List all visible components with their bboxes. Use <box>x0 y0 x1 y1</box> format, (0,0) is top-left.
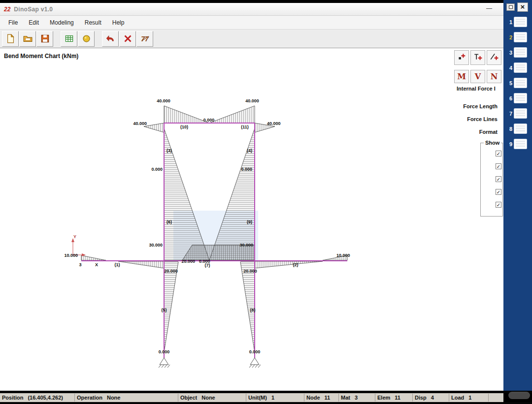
close-button[interactable]: × <box>517 2 528 12</box>
delete-button[interactable] <box>119 31 136 47</box>
pager-number: 5 <box>506 80 512 86</box>
add-member-icon <box>473 52 482 63</box>
show-checkbox-4[interactable]: ✓ <box>496 189 501 195</box>
diagram-label: 10.000 <box>64 253 78 258</box>
status-label: Disp <box>415 395 427 401</box>
pager-item-5[interactable]: 5 <box>503 78 527 88</box>
diagram-label: (1) <box>115 262 120 267</box>
pager-number: 6 <box>506 95 512 101</box>
diagram-label: 40.000 <box>267 121 281 126</box>
show-checkbox-3[interactable]: ✓ <box>496 176 501 182</box>
status-unitm: Unit(M)1 <box>246 394 304 402</box>
pager-item-6[interactable]: 6 <box>503 93 527 103</box>
new-document-button[interactable] <box>2 31 19 47</box>
pager-number: 1 <box>506 19 512 25</box>
diagram-label: (5) <box>162 308 167 312</box>
pager-thumbnail[interactable] <box>514 78 527 88</box>
diagram-label: 0.000 <box>241 167 252 172</box>
material-icon <box>82 34 91 43</box>
moment-diagram: Bend Moment Chart (kNm)40.00040.00040.00… <box>0 48 503 391</box>
save-button[interactable] <box>36 31 53 47</box>
new-document-icon <box>6 34 15 43</box>
status-operation: OperationNone <box>75 394 178 402</box>
status-label: Elem <box>377 395 390 401</box>
diagram-label: 20.000 <box>181 259 195 264</box>
pager-thumbnail[interactable] <box>514 124 527 134</box>
menu-file[interactable]: File <box>3 17 23 28</box>
status-label: Object <box>180 395 197 401</box>
add-node-icon <box>457 52 466 63</box>
delete-icon <box>123 34 133 43</box>
diagram-label: 40.000 <box>245 98 259 103</box>
diagram-label: 30.000 <box>149 243 163 248</box>
pager-number: 9 <box>506 141 512 147</box>
pager-item-9[interactable]: 9 <box>503 139 527 149</box>
axial-diagram-button[interactable]: N <box>487 70 501 83</box>
diagram-label: 0.000 <box>203 118 215 123</box>
menu-edit[interactable]: Edit <box>23 17 44 28</box>
undo-arrow-button[interactable] <box>102 31 119 47</box>
section-button[interactable]: 77 <box>136 31 153 47</box>
diagram-label: 10.000 <box>336 253 350 258</box>
diagram-label: 40.000 <box>133 121 147 126</box>
status-disp: Disp4 <box>413 394 449 402</box>
pager-item-3[interactable]: 3 <box>503 47 527 58</box>
diagram-label: (9) <box>247 219 252 224</box>
diagram-label: (3) <box>166 148 172 153</box>
toolbar: 77 <box>0 30 503 48</box>
force-button-row: MVN <box>454 70 501 83</box>
diagram-label: (10) <box>180 124 188 129</box>
pager-thumbnail[interactable] <box>514 17 527 27</box>
show-caption: Show <box>484 140 501 146</box>
show-checkbox-1[interactable]: ✓ <box>496 151 501 156</box>
status-value: None <box>201 395 215 401</box>
add-node-button[interactable] <box>454 50 469 65</box>
pager-thumbnail[interactable] <box>514 93 527 103</box>
moment-diagram-button[interactable]: M <box>454 70 469 83</box>
pager-item-7[interactable]: 7 <box>503 108 527 119</box>
tool-button-row <box>454 50 501 65</box>
open-file-button[interactable] <box>19 31 36 47</box>
pager-thumbnail[interactable] <box>514 47 527 58</box>
status-label: Operation <box>77 395 102 401</box>
material-button[interactable] <box>78 31 95 47</box>
pager-item-8[interactable]: 8 <box>503 124 527 134</box>
status-label: Unit(M) <box>248 395 267 401</box>
title-bar: 22 DinoSap v1.0 — <box>0 3 503 16</box>
status-mat: Mat3 <box>339 394 375 402</box>
menu-help[interactable]: Help <box>107 17 130 28</box>
diagram-label: 20.000 <box>164 269 178 274</box>
diagram-label: (2) <box>293 262 299 267</box>
menu-result[interactable]: Result <box>79 17 107 28</box>
diagram-label: (4) <box>247 148 252 153</box>
show-checkbox-2[interactable]: ✓ <box>496 163 501 169</box>
add-member-button[interactable] <box>470 50 485 65</box>
diagram-canvas[interactable]: Bend Moment Chart (kNm)40.00040.00040.00… <box>0 48 503 391</box>
maximize-button[interactable] <box>506 3 515 11</box>
open-file-icon <box>23 34 33 43</box>
pager-thumbnail[interactable] <box>514 32 527 42</box>
diagram-label: (8) <box>250 308 256 312</box>
show-checkbox-5[interactable]: ✓ <box>496 202 501 208</box>
section-icon: 77 <box>140 34 150 43</box>
status-node: Node11 <box>304 394 339 402</box>
pager-thumbnail[interactable] <box>514 108 527 119</box>
status-value: 1 <box>468 395 471 401</box>
pager-item-1[interactable]: 1 <box>503 17 527 27</box>
table-icon <box>65 34 74 43</box>
pager-item-4[interactable]: 4 <box>503 62 527 73</box>
shear-diagram-button[interactable]: V <box>470 70 485 83</box>
diagram-label: 20.000 <box>243 269 257 274</box>
minimize-button[interactable]: — <box>484 4 495 13</box>
status-value: None <box>107 395 121 401</box>
pager-thumbnail[interactable] <box>514 62 527 73</box>
menu-modeling[interactable]: Modeling <box>44 17 79 28</box>
diagram-label: 40.000 <box>157 98 170 103</box>
status-object: ObjectNone <box>178 394 246 402</box>
pager-item-2[interactable]: 2 <box>503 32 527 42</box>
status-load: Load1 <box>449 394 489 402</box>
pager-thumbnail[interactable] <box>514 139 527 149</box>
pager-number: 3 <box>506 50 512 56</box>
table-button[interactable] <box>61 31 77 47</box>
add-line-button[interactable] <box>487 50 501 65</box>
